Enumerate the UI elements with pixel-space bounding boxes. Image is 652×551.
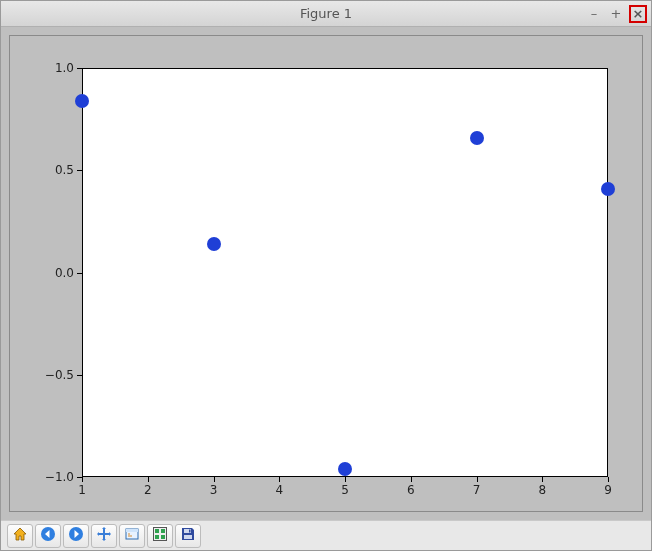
x-tick-label: 5 (341, 483, 349, 497)
zoom-rect-icon (124, 526, 140, 546)
svg-rect-6 (155, 535, 159, 539)
y-tick-label: 0.5 (55, 163, 74, 177)
forward-arrow-icon (68, 526, 84, 546)
data-point (75, 94, 89, 108)
title-bar: Figure 1 – + × (1, 1, 651, 27)
figure-canvas-area: 123456789−1.0−0.50.00.51.0 (1, 27, 651, 520)
svg-rect-4 (155, 529, 159, 533)
data-point (601, 182, 615, 196)
configure-subplots-button[interactable] (147, 524, 173, 548)
y-tick-mark (77, 375, 82, 376)
svg-rect-10 (189, 529, 191, 532)
y-tick-label: −1.0 (45, 470, 74, 484)
home-button[interactable] (7, 524, 33, 548)
maximize-button[interactable]: + (607, 5, 625, 23)
close-button[interactable]: × (629, 5, 647, 23)
forward-button[interactable] (63, 524, 89, 548)
y-tick-label: 0.0 (55, 266, 74, 280)
axes-area (82, 68, 608, 477)
x-tick-mark (345, 477, 346, 482)
x-tick-label: 1 (78, 483, 86, 497)
x-tick-mark (542, 477, 543, 482)
x-tick-mark (214, 477, 215, 482)
subplots-icon (152, 526, 168, 546)
move-icon (96, 526, 112, 546)
x-tick-label: 4 (275, 483, 283, 497)
navigation-toolbar (1, 520, 651, 550)
svg-rect-5 (161, 529, 165, 533)
window-controls: – + × (585, 5, 651, 23)
figure-window: Figure 1 – + × 123456789−1.0−0.50.00.51.… (0, 0, 652, 551)
x-tick-mark (279, 477, 280, 482)
y-tick-mark (77, 170, 82, 171)
floppy-disk-icon (180, 526, 196, 546)
y-tick-mark (77, 477, 82, 478)
x-tick-label: 9 (604, 483, 612, 497)
data-point (338, 462, 352, 476)
x-tick-label: 2 (144, 483, 152, 497)
data-point (470, 131, 484, 145)
x-tick-mark (82, 477, 83, 482)
pan-button[interactable] (91, 524, 117, 548)
svg-rect-9 (184, 535, 192, 539)
save-button[interactable] (175, 524, 201, 548)
y-tick-label: −0.5 (45, 368, 74, 382)
back-arrow-icon (40, 526, 56, 546)
y-tick-label: 1.0 (55, 61, 74, 75)
x-tick-label: 8 (538, 483, 546, 497)
x-tick-label: 7 (473, 483, 481, 497)
data-point (207, 237, 221, 251)
x-tick-mark (477, 477, 478, 482)
figure-canvas[interactable]: 123456789−1.0−0.50.00.51.0 (9, 35, 643, 512)
home-icon (12, 526, 28, 546)
x-tick-label: 3 (210, 483, 218, 497)
x-tick-label: 6 (407, 483, 415, 497)
zoom-button[interactable] (119, 524, 145, 548)
x-tick-mark (148, 477, 149, 482)
svg-rect-7 (161, 535, 165, 539)
x-tick-mark (411, 477, 412, 482)
window-title: Figure 1 (1, 6, 651, 21)
y-tick-mark (77, 68, 82, 69)
back-button[interactable] (35, 524, 61, 548)
x-tick-mark (608, 477, 609, 482)
minimize-button[interactable]: – (585, 5, 603, 23)
y-tick-mark (77, 273, 82, 274)
